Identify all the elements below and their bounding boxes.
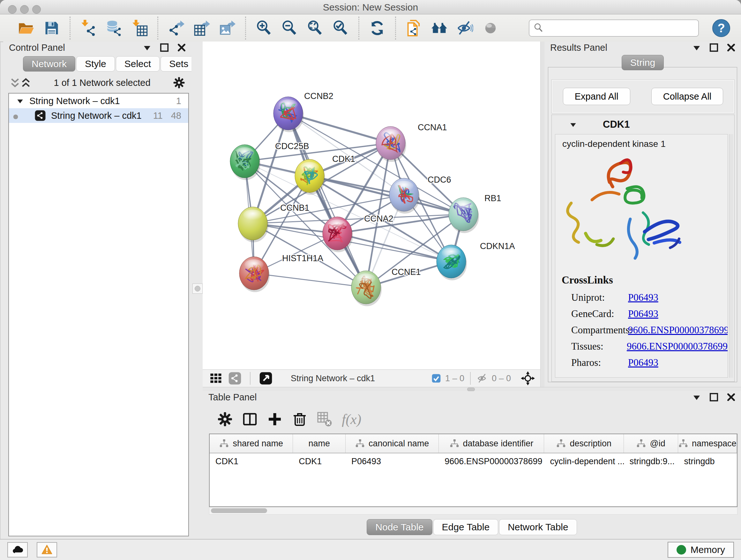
first-neighbors-icon (431, 33, 448, 37)
network-node-hist1h1a[interactable] (239, 257, 270, 292)
network-node-rb1[interactable] (449, 198, 479, 233)
crosslink-link[interactable]: P06493 (628, 357, 658, 368)
column-header-description[interactable]: description (544, 434, 623, 453)
zoom-in-button[interactable] (255, 19, 273, 37)
hidden-items-icon[interactable] (476, 373, 488, 384)
control-tab-style[interactable]: Style (76, 56, 115, 71)
network-options-gear-icon[interactable] (173, 77, 185, 89)
column-header--id[interactable]: @id (624, 434, 678, 453)
column-header-shared-name[interactable]: shared name (210, 434, 293, 453)
panel-menu-icon[interactable] (692, 43, 701, 52)
crosslink-link[interactable]: 9606.ENSP00000378699 (628, 324, 728, 336)
network-node-ccnb1[interactable] (238, 207, 268, 242)
crosslink-link[interactable]: P06493 (628, 308, 658, 320)
zoom-selected-button[interactable] (332, 19, 349, 37)
table-cell[interactable]: CDK1 (293, 453, 346, 469)
left-splitter-handle[interactable] (192, 284, 203, 294)
crosslink-link[interactable]: 9606.ENSP00000378699 (627, 341, 728, 352)
string-import-button[interactable] (405, 19, 423, 37)
fit-selected-crosshair-icon[interactable] (521, 371, 535, 386)
tab-string[interactable]: String (622, 55, 664, 70)
collapse-all-button[interactable]: Collapse All (651, 88, 724, 105)
network-collection-row[interactable]: String Network – cdk1 1 (9, 94, 188, 108)
birds-eye-view-icon[interactable] (259, 371, 273, 385)
table-row[interactable]: CDK1CDK1P064939606.ENSP00000378699cyclin… (210, 453, 737, 469)
collection-expand-icon[interactable] (16, 97, 24, 105)
import-network-database-button[interactable] (105, 19, 123, 37)
network-node-cdk1[interactable] (295, 159, 325, 195)
table-cell[interactable]: stringdb (678, 453, 737, 469)
panel-menu-icon[interactable] (692, 392, 701, 402)
zoom-out-button[interactable] (280, 19, 298, 37)
open-session-button[interactable] (17, 19, 35, 37)
network-row[interactable]: String Network – cdk1 11 48 (9, 108, 188, 123)
zoom-fit-button[interactable] (306, 19, 324, 37)
table-tab-edge-table[interactable]: Edge Table (433, 519, 498, 535)
control-tab-select[interactable]: Select (116, 56, 159, 71)
column-header-database-identifier[interactable]: database identifier (439, 434, 544, 453)
toolbar-group (70, 17, 157, 40)
network-list: String Network – cdk1 1 String Network –… (8, 93, 189, 537)
column-header-name[interactable]: name (293, 434, 346, 453)
results-scrollbar[interactable] (729, 134, 733, 378)
close-panel-icon[interactable] (726, 392, 736, 402)
section-collapse-icon[interactable] (568, 120, 578, 129)
cloud-status-button[interactable] (7, 542, 28, 557)
network-node-ccnb2[interactable] (273, 97, 304, 132)
network-node-ccne1[interactable] (351, 271, 382, 306)
table-cell[interactable]: stringdb:9... (624, 453, 678, 469)
import-network-file-button[interactable] (79, 19, 97, 37)
selected-nodes-checkbox-icon[interactable] (431, 373, 441, 383)
network-node-cdkn1a[interactable] (436, 245, 467, 280)
network-node-ccna1[interactable] (376, 126, 406, 162)
float-panel-icon[interactable] (709, 43, 719, 52)
create-column-icon[interactable] (267, 412, 282, 427)
table-cell[interactable]: 9606.ENSP00000378699 (439, 453, 544, 469)
refresh-network-button[interactable] (368, 19, 386, 37)
network-canvas[interactable]: CCNB2CCNA1CDC25BCDK1CDC6RB1CCNB1CCNA2CDK… (203, 42, 540, 370)
export-table-button[interactable] (193, 19, 211, 37)
first-neighbors-button[interactable] (430, 19, 448, 37)
collapse-all-networks-icon[interactable] (10, 77, 20, 88)
network-edge[interactable] (254, 273, 366, 287)
column-header-canonical-name[interactable]: canonical name (346, 434, 439, 453)
network-overview-icon[interactable] (228, 372, 242, 385)
table-tab-node-table[interactable]: Node Table (367, 519, 432, 535)
save-session-button[interactable] (43, 19, 61, 37)
window-title: Session: New Session (0, 2, 741, 13)
protein-section-header[interactable]: CDK1 (552, 115, 734, 134)
table-cell[interactable]: CDK1 (210, 453, 293, 469)
panel-menu-icon[interactable] (142, 43, 152, 52)
table-options-gear-icon[interactable] (217, 412, 232, 427)
expand-all-button[interactable]: Expand All (563, 88, 630, 105)
search-field[interactable] (529, 19, 699, 37)
scrollbar-thumb[interactable] (211, 508, 267, 513)
export-network-button[interactable] (167, 19, 185, 37)
import-table-file-button[interactable] (131, 19, 148, 37)
show-graphics-button[interactable] (482, 19, 499, 37)
warnings-button[interactable] (37, 542, 57, 557)
expand-all-networks-icon[interactable] (20, 77, 31, 88)
control-tab-network[interactable]: Network (23, 56, 75, 71)
table-cell[interactable]: cyclin-dependent ... (544, 453, 623, 469)
float-panel-icon[interactable] (159, 43, 169, 52)
memory-button[interactable]: Memory (668, 542, 734, 558)
table-tab-network-table[interactable]: Network Table (499, 519, 577, 535)
network-node-cdc6[interactable] (389, 178, 420, 213)
float-panel-icon[interactable] (709, 392, 719, 402)
search-icon (533, 23, 544, 34)
hide-selected-button[interactable] (456, 19, 474, 37)
crosslink-link[interactable]: P06493 (628, 292, 658, 303)
table-horizontal-scrollbar[interactable] (209, 507, 738, 515)
column-header-namespace[interactable]: namespace (678, 434, 737, 453)
close-panel-icon[interactable] (177, 43, 186, 52)
table-cell[interactable]: P06493 (346, 453, 439, 469)
horizontal-splitter-handle[interactable] (467, 388, 475, 391)
close-panel-icon[interactable] (726, 43, 736, 52)
show-columns-icon[interactable] (242, 412, 258, 427)
help-button[interactable]: ? (712, 19, 730, 37)
grid-view-icon[interactable] (208, 372, 224, 385)
delete-column-icon[interactable] (292, 412, 307, 427)
search-input[interactable] (547, 23, 694, 34)
export-image-button[interactable] (218, 19, 236, 37)
